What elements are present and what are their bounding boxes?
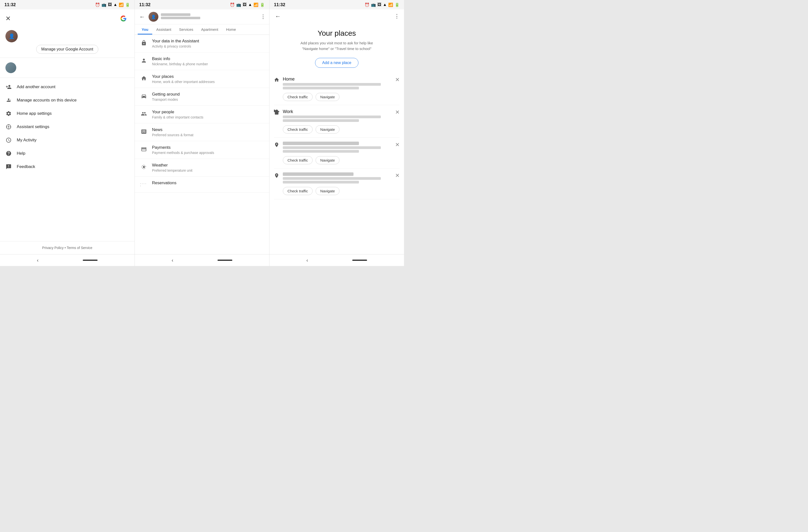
home-place-content: Home (283, 77, 392, 90)
wifi-icon: ▲ (113, 2, 117, 7)
place-3-actions: Check traffic Navigate (274, 156, 400, 164)
right-header: ← ⋮ (270, 10, 404, 23)
menu-home-settings[interactable]: Home app settings (0, 107, 134, 120)
mid-more-button[interactable]: ⋮ (260, 14, 266, 20)
settings-getting-around[interactable]: Getting around Transport modes (135, 88, 269, 106)
tab-services[interactable]: Services (175, 24, 197, 35)
right-subtitle: Add places you visit most to ask for hel… (279, 40, 394, 52)
place-4-remove[interactable]: ✕ (395, 172, 400, 179)
assistant-settings-icon (5, 124, 12, 130)
settings-payments[interactable]: Payments Payment methods & purchase appr… (135, 141, 269, 159)
menu-feedback[interactable]: Feedback (0, 160, 134, 173)
place-4-name (283, 172, 392, 176)
place-3-content (283, 142, 392, 154)
place-4-check-traffic-button[interactable]: Check traffic (283, 187, 313, 195)
credit-card-icon (140, 146, 148, 153)
left-header: ✕ (0, 10, 134, 26)
manage-accounts-icon (5, 97, 12, 104)
mid-account-info: 👤 (149, 12, 258, 22)
car-icon (140, 92, 148, 100)
status-time-mid: 11:32 (139, 2, 150, 7)
home-check-traffic-button[interactable]: Check traffic (283, 93, 313, 101)
place-4-navigate-button[interactable]: Navigate (316, 187, 339, 195)
menu-my-activity[interactable]: My Activity (0, 133, 134, 147)
place-3-navigate-button[interactable]: Navigate (316, 156, 339, 164)
back-nav-icon-right[interactable]: ‹ (307, 257, 308, 263)
work-check-traffic-button[interactable]: Check traffic (283, 125, 313, 133)
menu-assistant-settings[interactable]: Assistant settings (0, 120, 134, 133)
work-place-content: Work (283, 109, 392, 123)
tab-you[interactable]: You (138, 24, 152, 35)
home-indicator-right (352, 260, 367, 261)
place-3-addr-2 (283, 150, 359, 153)
home-place-name: Home (283, 77, 392, 82)
right-nav-bar: ‹ (270, 254, 404, 266)
right-more-button[interactable]: ⋮ (394, 13, 400, 19)
privacy-policy-link[interactable]: Privacy Policy (42, 246, 63, 250)
manage-account-button[interactable]: Manage your Google Account (36, 45, 98, 54)
home-place-actions: Check traffic Navigate (274, 93, 400, 101)
mid-avatar: 👤 (149, 12, 159, 22)
settings-your-people[interactable]: Your people Family & other important con… (135, 106, 269, 123)
settings-basic-info[interactable]: Basic info Nickname, birthday & phone nu… (135, 53, 269, 70)
home-place-addr-2 (283, 87, 359, 89)
add-place-button[interactable]: Add a new place (315, 58, 359, 68)
manage-accounts-label: Manage accounts on this device (17, 98, 77, 103)
place-3-remove[interactable]: ✕ (395, 142, 400, 148)
back-nav-icon[interactable]: ‹ (37, 257, 39, 263)
settings-reservations[interactable]: • • • • • Reservations (135, 177, 269, 192)
wifi-icon-right: ▲ (383, 2, 387, 7)
place-3-check-traffic-button[interactable]: Check traffic (283, 156, 313, 164)
place-3-addr-1 (283, 146, 381, 149)
mid-panel: 11:32 ⏰ 📺 🖼 ▲ 📶 🔋 ← 👤 ⋮ You Assistant Se… (135, 0, 270, 266)
photo-icon-mid: 🖼 (243, 2, 246, 7)
back-nav-icon-mid[interactable]: ‹ (172, 257, 173, 263)
mid-back-button[interactable]: ← (138, 12, 146, 21)
second-account-row[interactable] (0, 59, 134, 76)
menu-add-account[interactable]: Add another account (0, 80, 134, 94)
primary-avatar: 👤 (5, 30, 18, 42)
left-panel: 11:32 ⏰ 📺 🖼 ▲ 📶 🔋 ✕ 👤 (0, 0, 135, 266)
settings-your-places[interactable]: Your places Home, work & other important… (135, 70, 269, 88)
google-logo (118, 13, 129, 24)
tab-assistant[interactable]: Assistant (152, 24, 175, 35)
tab-home[interactable]: Home (222, 24, 240, 35)
close-button[interactable]: ✕ (5, 15, 11, 22)
mid-header: ← 👤 ⋮ (135, 10, 269, 24)
menu-manage-accounts[interactable]: Manage accounts on this device (0, 94, 134, 107)
status-icons-right: ⏰ 📺 🖼 ▲ 📶 🔋 (365, 2, 400, 7)
settings-data-assistant-title: Your data in the Assistant (152, 39, 199, 43)
settings-data-assistant[interactable]: Your data in the Assistant Activity & pr… (135, 35, 269, 53)
tab-apartment[interactable]: Apartment (197, 24, 222, 35)
place-4-icon (274, 173, 279, 180)
terms-link[interactable]: Terms of Service (67, 246, 92, 250)
right-title-section: Your places Add places you visit most to… (270, 23, 404, 55)
home-place-remove[interactable]: ✕ (395, 77, 400, 83)
add-account-icon (5, 84, 12, 90)
settings-getting-around-sub: Transport modes (152, 97, 180, 102)
settings-news-sub: Preferred sources & format (152, 133, 194, 137)
settings-weather[interactable]: Weather Preferred temperature unit (135, 159, 269, 177)
tabs-row: You Assistant Services Apartment Home (135, 24, 269, 35)
settings-your-people-title: Your people (152, 110, 203, 114)
feedback-icon (5, 164, 12, 170)
status-bar-mid: 11:32 ⏰ 📺 🖼 ▲ 📶 🔋 (135, 0, 269, 10)
battery-icon: 🔋 (125, 2, 130, 7)
work-navigate-button[interactable]: Navigate (316, 125, 339, 133)
place-4-addr-2 (283, 181, 359, 183)
alarm-icon-right: ⏰ (365, 2, 369, 7)
settings-weather-title: Weather (152, 163, 192, 168)
right-back-button[interactable]: ← (274, 12, 282, 21)
place-3-icon (274, 142, 279, 149)
settings-news[interactable]: News Preferred sources & format (135, 123, 269, 141)
news-icon (140, 128, 148, 135)
settings-your-people-text: Your people Family & other important con… (152, 110, 203, 119)
settings-news-text: News Preferred sources & format (152, 127, 194, 137)
home-navigate-button[interactable]: Navigate (316, 93, 339, 101)
battery-icon-right: 🔋 (394, 2, 400, 7)
status-time-left: 11:32 (4, 2, 16, 7)
photo-icon-right: 🖼 (378, 2, 381, 7)
place-4-actions: Check traffic Navigate (274, 187, 400, 195)
work-place-remove[interactable]: ✕ (395, 109, 400, 115)
menu-help[interactable]: Help (0, 147, 134, 160)
